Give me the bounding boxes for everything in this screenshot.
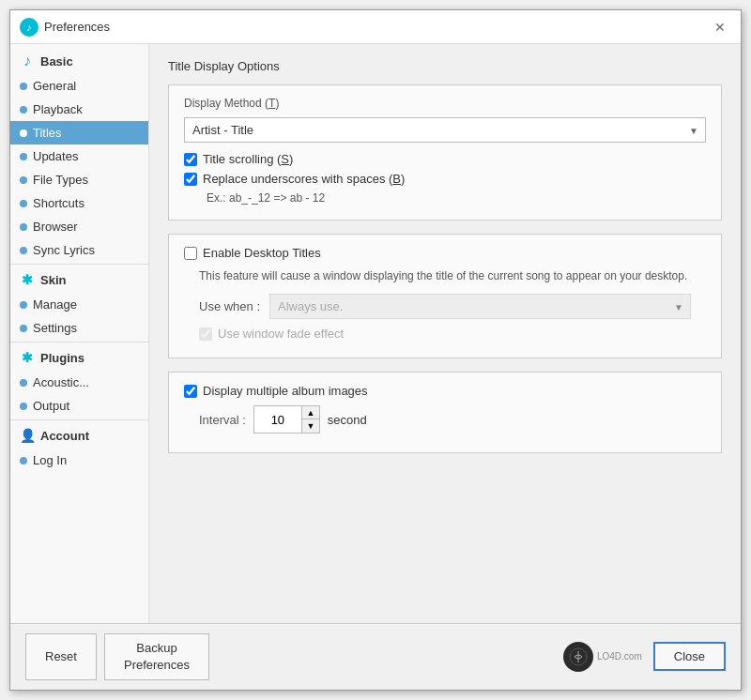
- sidebar-section-basic-label: Basic: [40, 54, 73, 68]
- window-title: Preferences: [44, 20, 110, 34]
- footer-left: Reset Backup Preferences: [25, 633, 209, 680]
- second-label: second: [328, 413, 367, 427]
- sidebar-label-output: Output: [33, 399, 69, 413]
- sidebar-item-settings[interactable]: Settings: [10, 316, 148, 340]
- sidebar-section-account-label: Account: [40, 429, 89, 443]
- replace-underscores-checkbox[interactable]: [184, 173, 197, 186]
- display-method-select[interactable]: Artist - Title Title - Artist Title Only…: [184, 117, 706, 143]
- sidebar-label-titles: Titles: [33, 126, 62, 140]
- sidebar-section-basic[interactable]: ♪ Basic: [10, 48, 148, 74]
- fade-effect-checkbox: [199, 327, 212, 341]
- title-bar: ♪ Preferences ✕: [10, 10, 741, 44]
- multiple-album-row: Display multiple album images: [184, 384, 706, 398]
- backup-preferences-button[interactable]: Backup Preferences: [104, 633, 209, 680]
- multiple-album-label[interactable]: Display multiple album images: [203, 384, 368, 398]
- footer: Reset Backup Preferences LO4D.com Close: [10, 623, 741, 690]
- title-scrolling-row: Title scrolling (S): [184, 152, 706, 166]
- dot-icon: [20, 176, 27, 184]
- display-method-group: Display Method (T) Artist - Title Title …: [168, 84, 722, 221]
- preferences-window: ♪ Preferences ✕ ♪ Basic General Playback: [9, 9, 742, 691]
- dot-icon: [20, 129, 27, 137]
- sidebar-label-general: General: [33, 79, 76, 93]
- title-bar-left: ♪ Preferences: [20, 18, 110, 37]
- sidebar-item-manage[interactable]: Manage: [10, 293, 148, 316]
- use-when-select: Always use. When minimized Never: [269, 294, 691, 319]
- section-title: Title Display Options: [168, 59, 722, 73]
- dot-icon: [20, 200, 27, 207]
- multiple-album-checkbox[interactable]: [184, 385, 197, 398]
- interval-row: Interval : ▲ ▼ second: [199, 405, 691, 434]
- watermark: LO4D.com: [563, 642, 642, 672]
- sidebar-item-shortcuts[interactable]: Shortcuts: [10, 191, 148, 215]
- close-button[interactable]: Close: [653, 642, 726, 671]
- window-close-button[interactable]: ✕: [709, 16, 731, 38]
- sidebar-item-filetypes[interactable]: File Types: [10, 168, 148, 191]
- dot-icon: [20, 106, 27, 114]
- sidebar-section-account[interactable]: 👤 Account: [10, 422, 148, 449]
- replace-underscores-row: Replace underscores with spaces (B): [184, 172, 706, 186]
- sidebar-item-titles[interactable]: Titles: [10, 121, 148, 145]
- sidebar-label-playback: Playback: [33, 102, 83, 116]
- sidebar-item-browser[interactable]: Browser: [10, 215, 148, 238]
- dot-icon: [20, 153, 27, 160]
- sidebar-section-skin-label: Skin: [40, 273, 66, 287]
- spinner-down-button[interactable]: ▼: [302, 419, 319, 433]
- use-when-select-wrapper: Always use. When minimized Never ▼: [269, 294, 691, 319]
- sidebar-item-general[interactable]: General: [10, 74, 148, 98]
- sidebar-label-shortcuts: Shortcuts: [33, 196, 84, 210]
- sidebar-label-login: Log In: [33, 453, 67, 467]
- display-method-label: Display Method (T): [184, 97, 706, 110]
- sidebar-label-acoustic: Acoustic...: [33, 375, 89, 389]
- sidebar-label-settings: Settings: [33, 321, 77, 335]
- desktop-titles-group: Enable Desktop Titles This feature will …: [168, 234, 722, 358]
- sidebar-item-acoustic[interactable]: Acoustic...: [10, 371, 148, 394]
- sidebar-label-browser: Browser: [33, 220, 78, 234]
- fade-effect-row: Use window fade effect: [199, 327, 706, 341]
- sidebar-section-skin[interactable]: ✱ Skin: [10, 266, 148, 293]
- dot-icon: [20, 379, 27, 387]
- sidebar-section-plugins-label: Plugins: [40, 351, 84, 365]
- sidebar-label-manage: Manage: [33, 297, 77, 312]
- sidebar-item-playback[interactable]: Playback: [10, 98, 148, 121]
- display-method-select-wrapper: Artist - Title Title - Artist Title Only…: [184, 117, 706, 143]
- dot-icon: [20, 247, 27, 254]
- music-note-icon: ♪: [20, 53, 35, 68]
- sidebar-label-updates: Updates: [33, 149, 78, 163]
- fade-effect-label: Use window fade effect: [218, 327, 344, 341]
- interval-input[interactable]: [254, 406, 301, 433]
- wrench-icon: ✱: [20, 272, 35, 287]
- multiple-album-group: Display multiple album images Interval :…: [168, 372, 722, 453]
- spinner-up-button[interactable]: ▲: [302, 406, 319, 419]
- sidebar-label-synclyrics: Sync Lyrics: [33, 243, 95, 257]
- reset-button[interactable]: Reset: [25, 633, 97, 680]
- dot-icon: [20, 83, 27, 90]
- dot-icon: [20, 301, 27, 309]
- title-scrolling-checkbox[interactable]: [184, 153, 197, 166]
- replace-underscores-label[interactable]: Replace underscores with spaces (B): [203, 172, 405, 186]
- sidebar-item-output[interactable]: Output: [10, 394, 148, 418]
- lo4d-text: LO4D.com: [597, 651, 642, 662]
- sidebar-item-synclyrics[interactable]: Sync Lyrics: [10, 238, 148, 262]
- example-text: Ex.: ab_-_12 => ab - 12: [207, 191, 706, 205]
- content-area: Title Display Options Display Method (T)…: [149, 44, 741, 623]
- title-scrolling-label[interactable]: Title scrolling (S): [203, 152, 293, 166]
- spinner-buttons: ▲ ▼: [301, 406, 319, 433]
- sidebar-label-filetypes: File Types: [33, 173, 88, 187]
- dot-icon: [20, 223, 27, 231]
- use-when-row: Use when : Always use. When minimized Ne…: [199, 294, 691, 319]
- dot-icon: [20, 403, 27, 410]
- sidebar-item-login[interactable]: Log In: [10, 449, 148, 472]
- desktop-titles-checkbox[interactable]: [184, 247, 197, 260]
- dot-icon: [20, 457, 27, 464]
- account-icon: 👤: [20, 428, 35, 443]
- main-content: ♪ Basic General Playback Titles Updates: [10, 44, 741, 623]
- desktop-description: This feature will cause a window display…: [199, 267, 691, 284]
- sidebar: ♪ Basic General Playback Titles Updates: [10, 44, 149, 623]
- use-when-label: Use when :: [199, 299, 260, 313]
- app-icon: ♪: [20, 18, 38, 37]
- sidebar-section-plugins[interactable]: ✱ Plugins: [10, 344, 148, 371]
- desktop-titles-label[interactable]: Enable Desktop Titles: [203, 246, 321, 260]
- desktop-titles-row: Enable Desktop Titles: [184, 246, 706, 260]
- plugin-icon: ✱: [20, 350, 35, 365]
- sidebar-item-updates[interactable]: Updates: [10, 145, 148, 168]
